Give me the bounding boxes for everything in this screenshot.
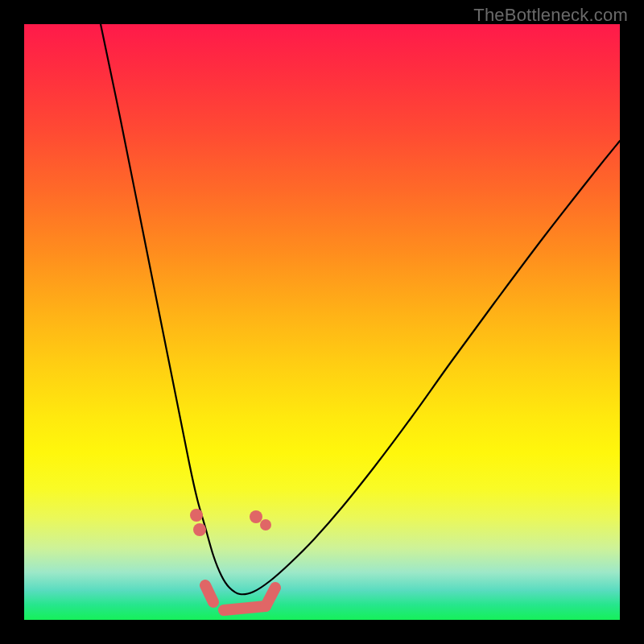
highlight-segment — [224, 606, 266, 610]
chart-svg — [24, 24, 620, 620]
highlight-segment — [266, 588, 275, 606]
marker-segments — [205, 585, 275, 610]
marker-dots — [190, 509, 271, 536]
highlight-dot — [193, 523, 206, 536]
highlight-dot — [190, 509, 203, 522]
highlight-dot — [260, 519, 271, 530]
bottleneck-curve — [101, 24, 620, 594]
highlight-dot — [250, 510, 262, 523]
chart-plot-area — [24, 24, 620, 620]
watermark-text: TheBottleneck.com — [473, 5, 628, 26]
highlight-segment — [205, 585, 213, 602]
